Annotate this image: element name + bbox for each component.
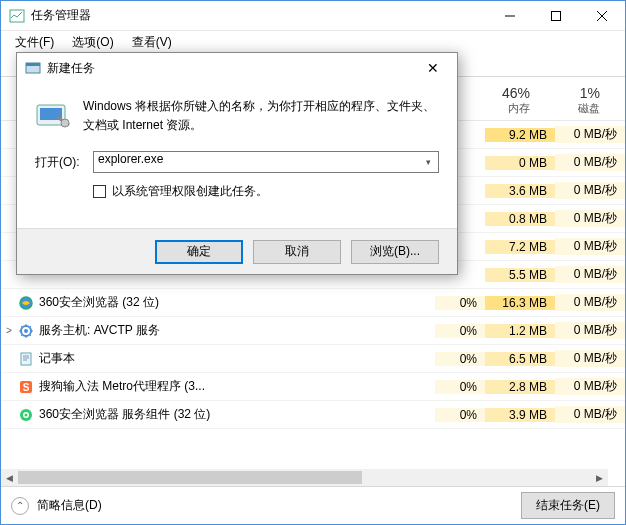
maximize-button[interactable] bbox=[533, 1, 579, 31]
memory-cell: 3.6 MB bbox=[485, 184, 555, 198]
dialog-close-button[interactable]: ✕ bbox=[417, 56, 449, 80]
table-row[interactable]: >服务主机: AVCTP 服务0%1.2 MB0 MB/秒 bbox=[1, 317, 625, 345]
expand-icon[interactable]: > bbox=[1, 325, 17, 336]
run-icon bbox=[35, 97, 71, 133]
memory-cell: 0.8 MB bbox=[485, 212, 555, 226]
cpu-cell: 0% bbox=[435, 380, 485, 394]
browse-button[interactable]: 浏览(B)... bbox=[351, 240, 439, 264]
disk-cell: 0 MB/秒 bbox=[555, 238, 625, 255]
svg-rect-0 bbox=[10, 10, 24, 22]
table-row[interactable]: 360安全浏览器 服务组件 (32 位)0%3.9 MB0 MB/秒 bbox=[1, 401, 625, 429]
disk-cell: 0 MB/秒 bbox=[555, 294, 625, 311]
svg-rect-13 bbox=[26, 63, 40, 66]
end-task-button[interactable]: 结束任务(E) bbox=[521, 492, 615, 519]
disk-cell: 0 MB/秒 bbox=[555, 322, 625, 339]
scroll-thumb[interactable] bbox=[18, 471, 362, 484]
titlebar: 任务管理器 bbox=[1, 1, 625, 31]
admin-checkbox-label: 以系统管理权限创建此任务。 bbox=[112, 183, 268, 200]
dialog-icon bbox=[25, 60, 41, 76]
process-icon bbox=[17, 295, 35, 311]
admin-checkbox[interactable] bbox=[93, 185, 106, 198]
svg-point-16 bbox=[61, 119, 69, 127]
svg-rect-1 bbox=[552, 11, 561, 20]
memory-cell: 0 MB bbox=[485, 156, 555, 170]
memory-cell: 7.2 MB bbox=[485, 240, 555, 254]
toggle-details-icon[interactable]: ⌃ bbox=[11, 497, 29, 515]
process-name: 记事本 bbox=[39, 350, 435, 367]
new-task-dialog: 新建任务 ✕ Windows 将根据你所键入的名称，为你打开相应的程序、文件夹、… bbox=[16, 52, 458, 275]
open-input-value: explorer.exe bbox=[98, 152, 163, 166]
open-input[interactable]: explorer.exe ▾ bbox=[93, 151, 439, 173]
combo-dropdown-icon[interactable]: ▾ bbox=[421, 155, 435, 169]
memory-cell: 5.5 MB bbox=[485, 268, 555, 282]
menu-options[interactable]: 选项(O) bbox=[64, 32, 121, 53]
svg-point-11 bbox=[25, 413, 28, 416]
process-icon bbox=[17, 351, 35, 367]
disk-cell: 0 MB/秒 bbox=[555, 154, 625, 171]
memory-cell: 2.8 MB bbox=[485, 380, 555, 394]
ok-button[interactable]: 确定 bbox=[155, 240, 243, 264]
process-icon bbox=[17, 407, 35, 423]
process-icon: S bbox=[17, 379, 35, 395]
memory-cell: 3.9 MB bbox=[485, 408, 555, 422]
close-button[interactable] bbox=[579, 1, 625, 31]
disk-cell: 0 MB/秒 bbox=[555, 126, 625, 143]
process-name: 搜狗输入法 Metro代理程序 (3... bbox=[39, 378, 435, 395]
cpu-cell: 0% bbox=[435, 408, 485, 422]
process-name: 360安全浏览器 (32 位) bbox=[39, 294, 435, 311]
menu-view[interactable]: 查看(V) bbox=[124, 32, 180, 53]
dialog-title: 新建任务 bbox=[47, 60, 417, 77]
disk-cell: 0 MB/秒 bbox=[555, 266, 625, 283]
minimize-button[interactable] bbox=[487, 1, 533, 31]
window-title: 任务管理器 bbox=[31, 7, 487, 24]
svg-text:S: S bbox=[23, 382, 30, 393]
cancel-button[interactable]: 取消 bbox=[253, 240, 341, 264]
open-label: 打开(O): bbox=[35, 154, 85, 171]
scroll-left-button[interactable]: ◀ bbox=[1, 469, 18, 486]
horizontal-scrollbar[interactable]: ◀ ▶ bbox=[1, 469, 608, 486]
memory-cell: 6.5 MB bbox=[485, 352, 555, 366]
process-icon bbox=[17, 323, 35, 339]
disk-cell: 0 MB/秒 bbox=[555, 406, 625, 423]
col-disk-header[interactable]: 1% 磁盘 bbox=[538, 81, 608, 120]
table-row[interactable]: 记事本0%6.5 MB0 MB/秒 bbox=[1, 345, 625, 373]
window-controls bbox=[487, 1, 625, 31]
dialog-footer: 确定 取消 浏览(B)... bbox=[17, 228, 457, 274]
table-row[interactable]: 360安全浏览器 (32 位)0%16.3 MB0 MB/秒 bbox=[1, 289, 625, 317]
memory-cell: 9.2 MB bbox=[485, 128, 555, 142]
disk-cell: 0 MB/秒 bbox=[555, 210, 625, 227]
disk-cell: 0 MB/秒 bbox=[555, 182, 625, 199]
footer: ⌃ 简略信息(D) 结束任务(E) bbox=[1, 486, 625, 524]
scroll-track[interactable] bbox=[18, 469, 591, 486]
dialog-description: Windows 将根据你所键入的名称，为你打开相应的程序、文件夹、文档或 Int… bbox=[83, 97, 439, 135]
menubar: 文件(F) 选项(O) 查看(V) bbox=[1, 31, 625, 53]
app-icon bbox=[9, 8, 25, 24]
brief-info-label[interactable]: 简略信息(D) bbox=[37, 497, 513, 514]
table-row[interactable]: S搜狗输入法 Metro代理程序 (3...0%2.8 MB0 MB/秒 bbox=[1, 373, 625, 401]
dialog-titlebar: 新建任务 ✕ bbox=[17, 53, 457, 83]
menu-file[interactable]: 文件(F) bbox=[7, 32, 62, 53]
process-name: 360安全浏览器 服务组件 (32 位) bbox=[39, 406, 435, 423]
dialog-body: Windows 将根据你所键入的名称，为你打开相应的程序、文件夹、文档或 Int… bbox=[17, 83, 457, 228]
svg-rect-6 bbox=[21, 353, 31, 365]
cpu-cell: 0% bbox=[435, 296, 485, 310]
memory-cell: 16.3 MB bbox=[485, 296, 555, 310]
process-name: 服务主机: AVCTP 服务 bbox=[39, 322, 435, 339]
cpu-cell: 0% bbox=[435, 352, 485, 366]
col-memory-header[interactable]: 46% 内存 bbox=[468, 81, 538, 120]
disk-cell: 0 MB/秒 bbox=[555, 378, 625, 395]
scroll-right-button[interactable]: ▶ bbox=[591, 469, 608, 486]
svg-point-5 bbox=[24, 329, 28, 333]
memory-cell: 1.2 MB bbox=[485, 324, 555, 338]
disk-cell: 0 MB/秒 bbox=[555, 350, 625, 367]
cpu-cell: 0% bbox=[435, 324, 485, 338]
